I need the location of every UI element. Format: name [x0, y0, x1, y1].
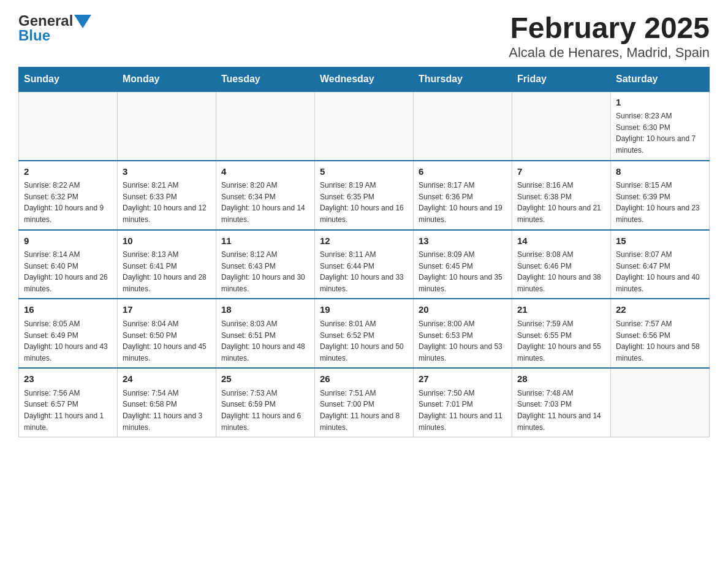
day-number: 16: [24, 303, 112, 317]
day-info: Sunrise: 8:19 AM Sunset: 6:35 PM Dayligh…: [320, 180, 408, 225]
calendar-cell: 24Sunrise: 7:54 AM Sunset: 6:58 PM Dayli…: [118, 368, 216, 437]
day-info: Sunrise: 8:21 AM Sunset: 6:33 PM Dayligh…: [123, 180, 211, 225]
day-number: 22: [616, 303, 704, 317]
day-number: 4: [221, 165, 309, 179]
calendar-header-saturday: Saturday: [611, 67, 710, 91]
day-info: Sunrise: 8:08 AM Sunset: 6:46 PM Dayligh…: [517, 249, 605, 294]
calendar-cell: 3Sunrise: 8:21 AM Sunset: 6:33 PM Daylig…: [118, 161, 216, 230]
page-subtitle: Alcala de Henares, Madrid, Spain: [509, 45, 710, 61]
calendar-cell: 9Sunrise: 8:14 AM Sunset: 6:40 PM Daylig…: [19, 230, 118, 299]
day-number: 26: [320, 372, 408, 386]
logo: General Blue: [18, 12, 91, 44]
page-title: February 2025: [509, 12, 710, 45]
calendar-cell: 22Sunrise: 7:57 AM Sunset: 6:56 PM Dayli…: [611, 299, 710, 368]
day-number: 6: [419, 165, 507, 179]
calendar-table: SundayMondayTuesdayWednesdayThursdayFrid…: [18, 67, 710, 437]
day-number: 5: [320, 165, 408, 179]
calendar-week-row: 23Sunrise: 7:56 AM Sunset: 6:57 PM Dayli…: [19, 368, 710, 437]
calendar-week-row: 16Sunrise: 8:05 AM Sunset: 6:49 PM Dayli…: [19, 299, 710, 368]
day-info: Sunrise: 8:01 AM Sunset: 6:52 PM Dayligh…: [320, 318, 408, 364]
day-info: Sunrise: 8:15 AM Sunset: 6:39 PM Dayligh…: [616, 180, 704, 225]
day-info: Sunrise: 7:53 AM Sunset: 6:59 PM Dayligh…: [221, 388, 309, 433]
day-number: 27: [419, 372, 507, 386]
day-info: Sunrise: 7:48 AM Sunset: 7:03 PM Dayligh…: [517, 388, 605, 433]
day-number: 2: [24, 165, 112, 179]
calendar-cell: 8Sunrise: 8:15 AM Sunset: 6:39 PM Daylig…: [611, 161, 710, 230]
svg-marker-0: [74, 15, 91, 28]
calendar-header-monday: Monday: [118, 67, 216, 91]
day-number: 11: [221, 234, 309, 248]
logo-triangle-icon: [74, 15, 91, 28]
calendar-week-row: 1Sunrise: 8:23 AM Sunset: 6:30 PM Daylig…: [19, 91, 710, 161]
calendar-cell: [512, 91, 611, 161]
day-number: 20: [419, 303, 507, 317]
calendar-week-row: 2Sunrise: 8:22 AM Sunset: 6:32 PM Daylig…: [19, 161, 710, 230]
calendar-week-row: 9Sunrise: 8:14 AM Sunset: 6:40 PM Daylig…: [19, 230, 710, 299]
day-number: 10: [123, 234, 211, 248]
day-info: Sunrise: 8:09 AM Sunset: 6:45 PM Dayligh…: [419, 249, 507, 294]
calendar-cell: 13Sunrise: 8:09 AM Sunset: 6:45 PM Dayli…: [414, 230, 512, 299]
calendar-cell: 20Sunrise: 8:00 AM Sunset: 6:53 PM Dayli…: [414, 299, 512, 368]
calendar-cell: [118, 91, 216, 161]
day-info: Sunrise: 8:11 AM Sunset: 6:44 PM Dayligh…: [320, 249, 408, 294]
calendar-cell: 10Sunrise: 8:13 AM Sunset: 6:41 PM Dayli…: [118, 230, 216, 299]
day-info: Sunrise: 7:51 AM Sunset: 7:00 PM Dayligh…: [320, 388, 408, 433]
page-header: General Blue February 2025 Alcala de Hen…: [18, 12, 710, 61]
day-info: Sunrise: 7:54 AM Sunset: 6:58 PM Dayligh…: [123, 388, 211, 433]
day-number: 23: [24, 372, 112, 386]
day-info: Sunrise: 8:22 AM Sunset: 6:32 PM Dayligh…: [24, 180, 112, 225]
day-number: 28: [517, 372, 605, 386]
calendar-cell: 4Sunrise: 8:20 AM Sunset: 6:34 PM Daylig…: [216, 161, 315, 230]
title-block: February 2025 Alcala de Henares, Madrid,…: [509, 12, 710, 61]
calendar-cell: [611, 368, 710, 437]
day-number: 8: [616, 165, 704, 179]
calendar-cell: 26Sunrise: 7:51 AM Sunset: 7:00 PM Dayli…: [315, 368, 414, 437]
calendar-cell: [414, 91, 512, 161]
calendar-cell: 1Sunrise: 8:23 AM Sunset: 6:30 PM Daylig…: [611, 91, 710, 161]
calendar-header-sunday: Sunday: [19, 67, 118, 91]
day-info: Sunrise: 8:14 AM Sunset: 6:40 PM Dayligh…: [24, 249, 112, 294]
calendar-cell: 12Sunrise: 8:11 AM Sunset: 6:44 PM Dayli…: [315, 230, 414, 299]
day-number: 1: [616, 96, 704, 110]
calendar-cell: 25Sunrise: 7:53 AM Sunset: 6:59 PM Dayli…: [216, 368, 315, 437]
day-number: 7: [517, 165, 605, 179]
day-number: 21: [517, 303, 605, 317]
calendar-cell: 19Sunrise: 8:01 AM Sunset: 6:52 PM Dayli…: [315, 299, 414, 368]
calendar-cell: 7Sunrise: 8:16 AM Sunset: 6:38 PM Daylig…: [512, 161, 611, 230]
calendar-cell: 28Sunrise: 7:48 AM Sunset: 7:03 PM Dayli…: [512, 368, 611, 437]
day-number: 19: [320, 303, 408, 317]
calendar-cell: [315, 91, 414, 161]
calendar-cell: 17Sunrise: 8:04 AM Sunset: 6:50 PM Dayli…: [118, 299, 216, 368]
day-number: 25: [221, 372, 309, 386]
day-info: Sunrise: 7:56 AM Sunset: 6:57 PM Dayligh…: [24, 388, 112, 433]
day-info: Sunrise: 8:17 AM Sunset: 6:36 PM Dayligh…: [419, 180, 507, 225]
calendar-header-row: SundayMondayTuesdayWednesdayThursdayFrid…: [19, 67, 710, 91]
calendar-cell: 23Sunrise: 7:56 AM Sunset: 6:57 PM Dayli…: [19, 368, 118, 437]
calendar-cell: 5Sunrise: 8:19 AM Sunset: 6:35 PM Daylig…: [315, 161, 414, 230]
logo-blue-text: Blue: [18, 27, 50, 44]
day-info: Sunrise: 8:16 AM Sunset: 6:38 PM Dayligh…: [517, 180, 605, 225]
calendar-header-tuesday: Tuesday: [216, 67, 315, 91]
calendar-cell: 6Sunrise: 8:17 AM Sunset: 6:36 PM Daylig…: [414, 161, 512, 230]
day-info: Sunrise: 8:20 AM Sunset: 6:34 PM Dayligh…: [221, 180, 309, 225]
calendar-header-thursday: Thursday: [414, 67, 512, 91]
day-number: 17: [123, 303, 211, 317]
calendar-header-wednesday: Wednesday: [315, 67, 414, 91]
calendar-header-friday: Friday: [512, 67, 611, 91]
day-number: 9: [24, 234, 112, 248]
calendar-cell: 27Sunrise: 7:50 AM Sunset: 7:01 PM Dayli…: [414, 368, 512, 437]
day-number: 15: [616, 234, 704, 248]
calendar-cell: 15Sunrise: 8:07 AM Sunset: 6:47 PM Dayli…: [611, 230, 710, 299]
day-number: 3: [123, 165, 211, 179]
day-number: 14: [517, 234, 605, 248]
day-info: Sunrise: 8:12 AM Sunset: 6:43 PM Dayligh…: [221, 249, 309, 294]
calendar-cell: [19, 91, 118, 161]
calendar-cell: 2Sunrise: 8:22 AM Sunset: 6:32 PM Daylig…: [19, 161, 118, 230]
calendar-cell: 21Sunrise: 7:59 AM Sunset: 6:55 PM Dayli…: [512, 299, 611, 368]
day-number: 24: [123, 372, 211, 386]
day-info: Sunrise: 8:00 AM Sunset: 6:53 PM Dayligh…: [419, 318, 507, 364]
day-info: Sunrise: 7:57 AM Sunset: 6:56 PM Dayligh…: [616, 318, 704, 364]
day-info: Sunrise: 8:07 AM Sunset: 6:47 PM Dayligh…: [616, 249, 704, 294]
day-info: Sunrise: 8:13 AM Sunset: 6:41 PM Dayligh…: [123, 249, 211, 294]
day-number: 18: [221, 303, 309, 317]
